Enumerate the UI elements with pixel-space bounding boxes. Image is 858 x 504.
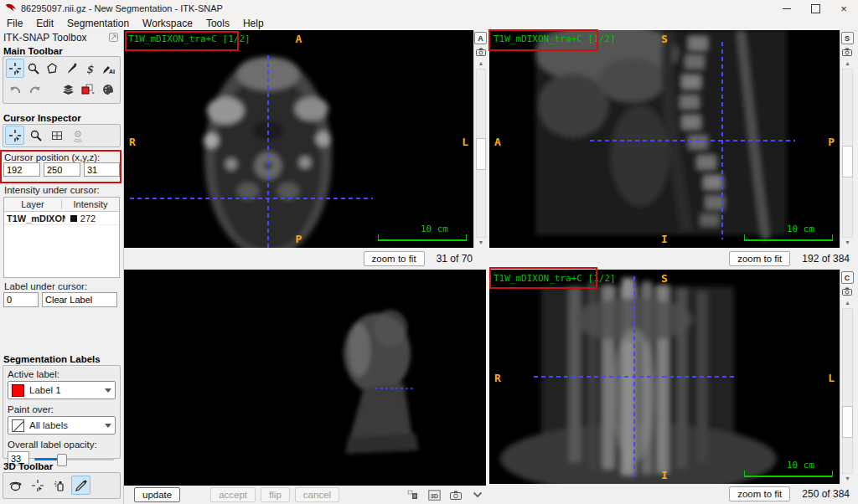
toolbox-panel: ITK-SNAP Toolbox Main Toolbar $ Ab xyxy=(0,30,124,504)
scroll-down-icon[interactable]: ▼ xyxy=(841,238,854,248)
scalpel-tool-button[interactable] xyxy=(71,476,90,495)
menu-file[interactable]: File xyxy=(0,18,29,29)
screenshot-camera-icon[interactable] xyxy=(476,48,486,56)
polygon-tool-button[interactable] xyxy=(43,59,61,78)
orient-top: S xyxy=(661,33,668,45)
menu-workspace[interactable]: Workspace xyxy=(136,18,199,29)
active-label-value: Label 1 xyxy=(29,385,100,395)
coronal-panel-key-button[interactable]: C xyxy=(841,271,854,284)
annotation-tool-button[interactable]: Ab xyxy=(99,59,117,78)
orient-right: L xyxy=(828,372,835,384)
expand-chevron-icon[interactable] xyxy=(469,487,486,502)
intensity-table[interactable]: Layer Intensity T1W_mDIXON... 272 xyxy=(3,197,120,278)
detach-panel-icon[interactable] xyxy=(109,33,118,44)
accept-button[interactable]: accept xyxy=(210,487,256,502)
paint-over-dropdown[interactable]: All labels xyxy=(8,416,116,435)
menu-edit[interactable]: Edit xyxy=(29,18,60,29)
close-button[interactable]: × xyxy=(830,0,858,17)
paintbrush-tool-button[interactable] xyxy=(62,59,80,78)
screen-layout-icon[interactable] xyxy=(404,487,421,502)
orient-bottom: I xyxy=(661,233,668,245)
column-layer[interactable]: Layer xyxy=(4,199,62,209)
grid-view-icon xyxy=(50,129,64,142)
spray-paint-tool-button[interactable] xyxy=(49,476,69,495)
label-editor-button[interactable] xyxy=(79,80,97,99)
axial-panel-key-button[interactable]: A xyxy=(474,32,487,44)
coronal-zoom-to-fit-button[interactable]: zoom to fit xyxy=(729,486,790,501)
scroll-up-icon[interactable]: ▲ xyxy=(475,59,487,69)
scroll-down-icon[interactable]: ▼ xyxy=(841,474,854,484)
scrollbar-track[interactable] xyxy=(842,308,853,474)
close-icon: × xyxy=(840,3,847,14)
paint-over-value: All labels xyxy=(29,420,100,430)
snake-tool-button[interactable]: $ xyxy=(80,59,99,78)
crosshair-3d-tool-button[interactable] xyxy=(28,476,47,495)
inspector-zoom-button[interactable] xyxy=(26,126,45,145)
zoom-tool-button[interactable] xyxy=(24,59,43,78)
palette-icon xyxy=(101,83,115,96)
svg-text:$: $ xyxy=(86,62,94,75)
scalpel-icon xyxy=(75,479,88,492)
active-label-dropdown[interactable]: Label 1 xyxy=(8,381,116,399)
cancel-button[interactable]: cancel xyxy=(295,487,339,502)
rotate-3d-tool-button[interactable] xyxy=(6,476,25,495)
scroll-down-icon[interactable]: ▼ xyxy=(475,238,487,248)
screenshot-camera-icon[interactable] xyxy=(842,287,852,296)
axial-slice-scrollbar[interactable]: ▲ ▼ xyxy=(475,59,487,248)
label-name-field[interactable] xyxy=(42,292,117,307)
layer-name: T1W_mDIXON... xyxy=(4,213,65,224)
flip-button[interactable]: flip xyxy=(261,487,290,502)
scroll-up-icon[interactable]: ▲ xyxy=(841,59,854,69)
inspector-crosshair-button[interactable] xyxy=(5,126,24,145)
coronal-slice-scrollbar[interactable]: ▲ ▼ xyxy=(841,298,854,484)
axial-view[interactable]: T1W_mDIXON_tra+C [1/2] A R L P 10 cm xyxy=(124,30,473,248)
coronal-slice-indicator: 250 of 384 xyxy=(802,488,850,500)
inspector-grid-button[interactable] xyxy=(47,126,66,145)
axial-layer-title: T1W_mDIXON_tra+C [1/2] xyxy=(128,33,251,44)
minimize-button[interactable] xyxy=(773,0,801,17)
itk-snap-window: { "window": { "title": "86295097.nii.gz … xyxy=(0,0,858,504)
sagittal-panel-key-button[interactable]: S xyxy=(841,32,854,44)
sagittal-mri-slice xyxy=(489,30,840,248)
update-button[interactable]: update xyxy=(134,487,180,502)
color-map-button[interactable] xyxy=(99,80,117,99)
redo-button[interactable] xyxy=(26,80,44,99)
render-3d-view[interactable] xyxy=(124,270,486,486)
layer-inspector-button[interactable] xyxy=(59,80,77,99)
label-swap-icon xyxy=(80,83,96,96)
slider-handle[interactable] xyxy=(57,454,67,466)
cursor-y-field[interactable] xyxy=(44,162,80,177)
column-intensity[interactable]: Intensity xyxy=(62,199,119,209)
axial-zoom-to-fit-button[interactable]: zoom to fit xyxy=(364,251,425,266)
label-id-field[interactable] xyxy=(3,292,39,307)
table-row[interactable]: T1W_mDIXON... 272 xyxy=(4,212,119,225)
screenshot-camera-icon[interactable] xyxy=(447,487,464,502)
cursor-z-field[interactable] xyxy=(84,162,120,177)
sagittal-zoom-to-fit-button[interactable]: zoom to fit xyxy=(729,251,790,266)
intensity-under-cursor-label: Intensity under cursor: xyxy=(4,185,100,195)
crosshair-horizontal xyxy=(534,376,737,378)
sagittal-view[interactable]: T1W_mDIXON_tra+C [1/2] S A P I 10 cm xyxy=(489,30,840,248)
crosshair-tool-button[interactable] xyxy=(6,59,24,78)
crosshair-horizontal xyxy=(130,198,373,199)
coronal-side-strip: C ▲ ▼ xyxy=(840,270,854,484)
menu-help[interactable]: Help xyxy=(236,18,271,29)
sagittal-slice-scrollbar[interactable]: ▲ ▼ xyxy=(841,59,854,248)
paintbrush-icon xyxy=(65,62,78,75)
coronal-view[interactable]: T1W_mDIXON_tra+C [1/2] S R L I 10 cm xyxy=(489,270,840,484)
inspector-probe-button[interactable] xyxy=(68,126,87,145)
label-under-cursor-label: Label under cursor: xyxy=(4,281,87,291)
itk-snap-logo-icon xyxy=(5,3,17,14)
scroll-up-icon[interactable]: ▲ xyxy=(841,298,854,308)
undo-button[interactable] xyxy=(6,80,24,99)
3d-view-icon[interactable]: 3D xyxy=(426,487,442,502)
scrollbar-thumb[interactable] xyxy=(476,138,486,170)
paint-over-caption: Paint over: xyxy=(3,399,120,414)
maximize-button[interactable] xyxy=(801,0,830,17)
menu-tools[interactable]: Tools xyxy=(199,18,236,29)
scrollbar-thumb[interactable] xyxy=(842,146,853,177)
menu-segmentation[interactable]: Segmentation xyxy=(60,18,136,29)
cursor-x-field[interactable] xyxy=(3,162,40,177)
scrollbar-thumb[interactable] xyxy=(842,406,853,438)
screenshot-camera-icon[interactable] xyxy=(842,48,852,56)
